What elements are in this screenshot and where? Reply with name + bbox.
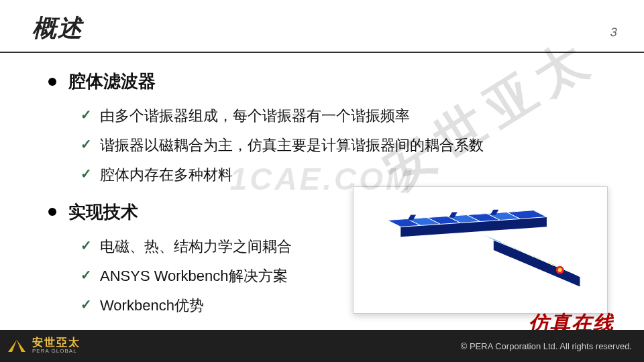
section-header: 腔体滤波器 bbox=[48, 65, 612, 98]
section-title: 实现技术 bbox=[68, 196, 138, 229]
svg-point-18 bbox=[558, 268, 562, 272]
list-item-text: Workbench优势 bbox=[100, 292, 204, 320]
list-item-text: 谐振器以磁耦合为主，仿真主要是计算谐振器间的耦合系数 bbox=[100, 131, 484, 160]
section-title: 腔体滤波器 bbox=[68, 65, 156, 98]
simulation-figure bbox=[353, 186, 608, 314]
brand-zh: 安世亞太 bbox=[32, 337, 80, 349]
svg-rect-0 bbox=[354, 187, 606, 313]
bullet-dot-icon bbox=[48, 208, 56, 216]
footer: 安世亞太 PERA GLOBAL © PERA Corporation Ltd.… bbox=[0, 330, 644, 362]
check-icon: ✓ bbox=[80, 233, 92, 258]
brand-text: 安世亞太 PERA GLOBAL bbox=[32, 337, 80, 354]
check-icon: ✓ bbox=[80, 262, 92, 288]
check-icon: ✓ bbox=[80, 131, 92, 157]
brand-en: PERA GLOBAL bbox=[32, 349, 80, 354]
check-icon: ✓ bbox=[80, 161, 92, 186]
list-item-text: 由多个谐振器组成，每个谐振器有一个谐振频率 bbox=[100, 102, 410, 130]
cavity-filter-render bbox=[354, 187, 607, 313]
page-title: 概述 bbox=[32, 12, 83, 45]
pera-logo-icon bbox=[7, 339, 27, 353]
header: 概述 3 bbox=[0, 0, 644, 52]
list-item-text: 腔体内存在多种材料 bbox=[100, 161, 233, 189]
list-item: ✓ 由多个谐振器组成，每个谐振器有一个谐振频率 bbox=[80, 102, 612, 130]
check-icon: ✓ bbox=[80, 292, 92, 317]
check-icon: ✓ bbox=[80, 102, 92, 127]
brand: 安世亞太 PERA GLOBAL bbox=[7, 337, 80, 354]
section-cavity-filter: 腔体滤波器 ✓ 由多个谐振器组成，每个谐振器有一个谐振频率 ✓ 谐振器以磁耦合为… bbox=[48, 65, 612, 189]
list-item-text: 电磁、热、结构力学之间耦合 bbox=[100, 233, 292, 261]
list-item-text: ANSYS Workbench解决方案 bbox=[100, 262, 288, 290]
slide: 概述 3 腔体滤波器 ✓ 由多个谐振器组成，每个谐振器有一个谐振频率 ✓ 谐振器… bbox=[0, 0, 644, 362]
list-item: ✓ 腔体内存在多种材料 bbox=[80, 161, 612, 189]
copyright: © PERA Corporation Ltd. All rights reser… bbox=[461, 341, 632, 351]
bullet-dot-icon bbox=[48, 78, 56, 86]
list-item: ✓ 谐振器以磁耦合为主，仿真主要是计算谐振器间的耦合系数 bbox=[80, 131, 612, 160]
page-number: 3 bbox=[609, 25, 619, 40]
section-items: ✓ 由多个谐振器组成，每个谐振器有一个谐振频率 ✓ 谐振器以磁耦合为主，仿真主要… bbox=[48, 102, 612, 188]
